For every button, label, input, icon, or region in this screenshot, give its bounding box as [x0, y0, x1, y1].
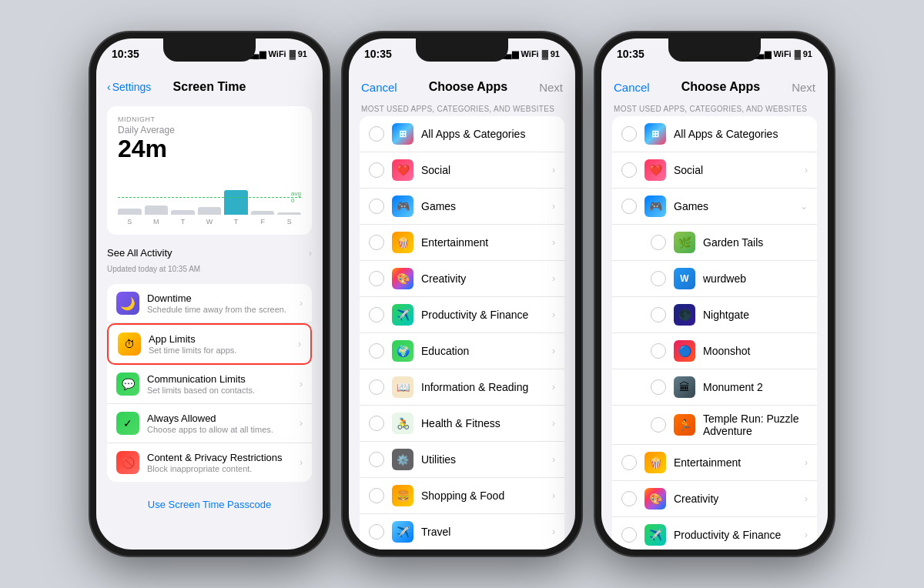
- see-all-activity-row[interactable]: See All Activity ›: [96, 241, 323, 265]
- always-icon: ✓: [116, 412, 139, 435]
- label-t2: T: [224, 218, 248, 226]
- p3-radio-garden[interactable]: [651, 235, 666, 250]
- health-chevron: ›: [552, 418, 555, 429]
- p3-radio-entertainment[interactable]: [621, 455, 637, 470]
- content-privacy-item[interactable]: 🚫 Content & Privacy Restrictions Block i…: [107, 443, 312, 482]
- chart-area: MIDNIGHT Daily Average 24m avg0: [107, 106, 312, 235]
- entertainment-name: Entertainment: [421, 236, 544, 249]
- list-item-social[interactable]: ❤️ Social ›: [360, 152, 564, 189]
- radio-entertainment[interactable]: [369, 235, 384, 250]
- info-reading-icon: 📖: [392, 376, 413, 398]
- status-time-2: 10:35: [364, 48, 392, 60]
- next-button-3[interactable]: Next: [792, 81, 815, 94]
- list-item-shopping[interactable]: 🍔 Shopping & Food ›: [360, 478, 564, 514]
- utilities-chevron: ›: [552, 454, 555, 465]
- p3-list-item-games[interactable]: 🎮 Games ⌄: [612, 189, 817, 225]
- comm-chevron: ›: [300, 379, 303, 389]
- p3-games-icon: 🎮: [644, 195, 666, 217]
- p3-list-item-temple[interactable]: 🏃 Temple Run: Puzzle Adventure: [612, 406, 817, 445]
- p3-list-item-moonshot[interactable]: 🔵 Moonshot: [612, 333, 817, 369]
- content-title: Content & Privacy Restrictions: [147, 452, 300, 463]
- use-passcode[interactable]: Use Screen Time Passcode: [96, 488, 323, 521]
- radio-productivity[interactable]: [369, 307, 384, 322]
- p3-list-item-monument[interactable]: 🏛 Monument 2: [612, 369, 817, 406]
- app-limits-title: App Limits: [149, 333, 298, 345]
- cancel-button-2[interactable]: Cancel: [361, 81, 397, 94]
- list-item-all-apps[interactable]: ⊞ All Apps & Categories: [360, 116, 564, 152]
- bar-sat: [277, 212, 301, 215]
- p3-radio-social[interactable]: [621, 162, 637, 178]
- p3-creativity-icon: 🎨: [644, 488, 666, 509]
- back-button-settings[interactable]: ‹ Settings: [107, 81, 151, 93]
- radio-all-apps[interactable]: [369, 126, 384, 142]
- app-limits-text: App Limits Set time limits for apps.: [149, 333, 298, 355]
- label-w: W: [198, 218, 222, 226]
- radio-creativity[interactable]: [369, 271, 384, 286]
- list-item-travel[interactable]: ✈️ Travel ›: [360, 514, 564, 550]
- productivity-chevron: ›: [552, 309, 555, 320]
- p3-radio-moonshot[interactable]: [651, 343, 666, 359]
- always-chevron: ›: [300, 418, 303, 429]
- p3-list-item-garden[interactable]: 🌿 Garden Tails: [612, 225, 817, 261]
- label-t1: T: [171, 218, 195, 226]
- app-limits-item[interactable]: ⏱ App Limits Set time limits for apps. ›: [109, 325, 310, 363]
- downtime-subtitle: Schedule time away from the screen.: [147, 305, 300, 314]
- phone-1: 10:35 ▂▄▆ WiFi ▓ 91 ‹ Settings Screen Ti…: [90, 32, 329, 556]
- radio-shopping[interactable]: [369, 488, 384, 503]
- p3-list-item-nightgate[interactable]: 🌑 Nightgate: [612, 297, 817, 333]
- p3-temple-icon: 🏃: [674, 414, 695, 436]
- p3-radio-all-apps[interactable]: [621, 126, 637, 142]
- shopping-name: Shopping & Food: [421, 489, 544, 502]
- battery-icon: ▓ 91: [290, 49, 307, 58]
- chart-labels: S M T W T F S: [118, 218, 301, 226]
- always-title: Always Allowed: [147, 413, 300, 424]
- cancel-button-3[interactable]: Cancel: [614, 81, 650, 94]
- p3-moonshot-name: Moonshot: [703, 345, 808, 357]
- radio-health[interactable]: [369, 416, 384, 431]
- list-item-productivity[interactable]: ✈️ Productivity & Finance ›: [360, 297, 564, 333]
- radio-social[interactable]: [369, 162, 384, 178]
- p3-list-item-all-apps[interactable]: ⊞ All Apps & Categories: [612, 116, 817, 152]
- p3-list-item-entertainment[interactable]: 🍿 Entertainment ›: [612, 445, 817, 481]
- downtime-item[interactable]: 🌙 Downtime Schedule time away from the s…: [107, 284, 312, 323]
- p3-radio-productivity[interactable]: [621, 527, 637, 543]
- p3-productivity-chevron: ›: [805, 530, 808, 540]
- next-button-2[interactable]: Next: [539, 81, 563, 94]
- p3-list-item-wurdweb[interactable]: W wurdweb: [612, 261, 817, 297]
- list-item-education[interactable]: 🌍 Education ›: [360, 333, 564, 369]
- list-item-health[interactable]: 🚴 Health & Fitness ›: [360, 406, 564, 442]
- radio-games[interactable]: [369, 199, 384, 214]
- radio-info-reading[interactable]: [369, 379, 384, 395]
- list-item-creativity[interactable]: 🎨 Creativity ›: [360, 261, 564, 297]
- p3-social-icon: ❤️: [644, 159, 666, 181]
- p3-radio-nightgate[interactable]: [651, 307, 666, 322]
- p3-radio-monument[interactable]: [651, 379, 666, 395]
- p3-radio-temple[interactable]: [651, 417, 666, 433]
- travel-icon: ✈️: [392, 521, 413, 543]
- always-allowed-item[interactable]: ✓ Always Allowed Choose apps to allow at…: [107, 404, 312, 443]
- list-item-games[interactable]: 🎮 Games ›: [360, 189, 564, 225]
- notch: [163, 38, 256, 62]
- radio-education[interactable]: [369, 343, 384, 359]
- list-item-entertainment[interactable]: 🍿 Entertainment ›: [360, 225, 564, 261]
- p3-list-item-creativity[interactable]: 🎨 Creativity ›: [612, 481, 817, 517]
- p3-list-item-productivity[interactable]: ✈️ Productivity & Finance ›: [612, 517, 817, 550]
- list-item-info-reading[interactable]: 📖 Information & Reading ›: [360, 369, 564, 406]
- comm-limits-item[interactable]: 💬 Communication Limits Set limits based …: [107, 365, 312, 404]
- most-used-label-2: MOST USED APPS, CATEGORIES, AND WEBSITES: [349, 100, 575, 116]
- shopping-chevron: ›: [552, 490, 555, 501]
- p3-radio-creativity[interactable]: [621, 491, 637, 506]
- radio-utilities[interactable]: [369, 452, 384, 467]
- list-item-utilities[interactable]: ⚙️ Utilities ›: [360, 442, 564, 478]
- p3-games-name: Games: [674, 200, 792, 212]
- p3-list-item-social[interactable]: ❤️ Social ›: [612, 152, 817, 189]
- info-reading-chevron: ›: [552, 382, 555, 393]
- social-chevron: ›: [552, 165, 555, 175]
- p3-radio-wurdweb[interactable]: [651, 271, 666, 286]
- app-limits-icon: ⏱: [118, 332, 141, 356]
- p3-radio-games[interactable]: [621, 199, 637, 214]
- radio-travel[interactable]: [369, 524, 384, 540]
- all-apps-name: All Apps & Categories: [421, 128, 555, 140]
- wifi-icon-3: WiFi: [774, 49, 792, 58]
- back-arrow-icon: ‹: [107, 81, 111, 93]
